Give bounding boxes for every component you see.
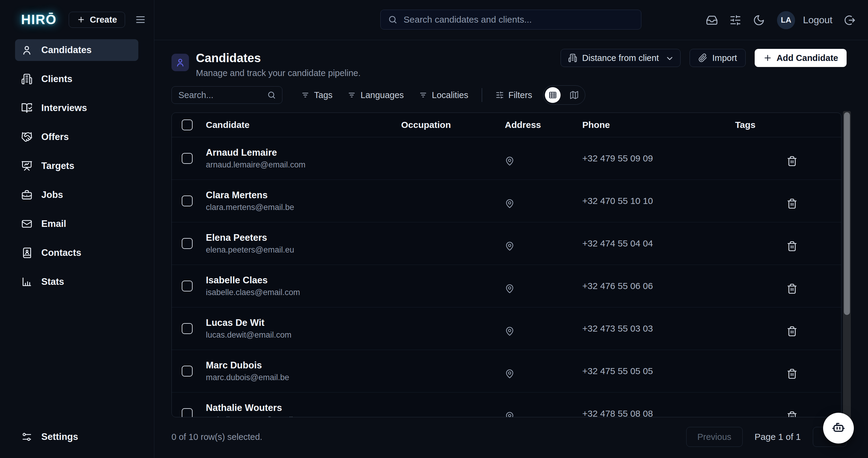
localities-filter[interactable]: Localities — [419, 90, 468, 100]
row-checkbox[interactable] — [182, 196, 193, 206]
map-pin-icon[interactable] — [505, 241, 582, 251]
column-header-candidate[interactable]: Candidate — [206, 120, 401, 130]
trash-icon[interactable] — [786, 198, 841, 209]
table-view-toggle[interactable] — [545, 87, 561, 103]
import-button[interactable]: Import — [689, 49, 746, 67]
trash-icon[interactable] — [786, 283, 841, 294]
trash-icon[interactable] — [786, 156, 841, 167]
table-row[interactable]: Lucas De Wit lucas.dewit@email.com +32 4… — [172, 308, 841, 350]
logout-arrow-icon[interactable] — [844, 14, 856, 26]
global-search-input[interactable] — [403, 14, 634, 25]
candidate-name: Nathalie Wouters — [206, 402, 401, 413]
trash-icon[interactable] — [786, 326, 841, 337]
topbar-right: LA Logout — [694, 0, 856, 40]
sidebar-item-label: Jobs — [41, 190, 63, 200]
tags-filter[interactable]: Tags — [301, 90, 333, 100]
table-footer: 0 of 10 row(s) selected. Previous Page 1… — [172, 427, 846, 447]
funnel-icon — [347, 91, 356, 99]
localities-filter-label: Localities — [432, 90, 468, 100]
funnel-icon — [419, 91, 427, 99]
sidebar-item-email[interactable]: Email — [15, 213, 138, 235]
candidate-email: lucas.dewit@email.com — [206, 331, 401, 340]
trash-icon[interactable] — [786, 241, 841, 252]
sidebar-item-targets[interactable]: Targets — [15, 155, 138, 177]
building-icon — [21, 73, 33, 85]
distance-from-client-dropdown[interactable]: Distance from client — [561, 49, 681, 67]
brand-logo[interactable]: HIRŌ — [21, 12, 57, 27]
sliders-icon[interactable] — [730, 14, 741, 26]
filters-button[interactable]: Filters — [495, 90, 532, 100]
column-header-phone[interactable]: Phone — [582, 120, 735, 130]
plus-icon — [763, 53, 772, 62]
presentation-chart-icon — [21, 160, 33, 172]
column-header-occupation[interactable]: Occupation — [401, 120, 505, 130]
map-pin-icon[interactable] — [505, 284, 582, 293]
map-pin-icon[interactable] — [505, 156, 582, 166]
table-row[interactable]: Nathalie Wouters nathalie.wouters@email.… — [172, 393, 841, 417]
row-checkbox[interactable] — [182, 323, 193, 334]
sidebar: HIRŌ Create Candidates Clients Interview… — [0, 0, 154, 458]
brand-row: HIRŌ Create — [0, 0, 154, 39]
map-pin-icon[interactable] — [505, 369, 582, 379]
map-pin-icon[interactable] — [505, 199, 582, 208]
candidate-name: Clara Mertens — [206, 190, 401, 201]
settings-sliders-icon — [21, 431, 33, 442]
sidebar-item-label: Targets — [41, 161, 74, 171]
search-icon — [388, 15, 398, 24]
global-search[interactable] — [380, 10, 641, 30]
column-header-address[interactable]: Address — [505, 120, 582, 130]
sidebar-item-offers[interactable]: Offers — [15, 126, 138, 148]
table-body: Arnaud Lemaire arnaud.lemaire@email.com … — [172, 137, 841, 417]
view-toggle — [543, 85, 585, 105]
sidebar-item-interviews[interactable]: Interviews — [15, 97, 138, 119]
candidates-page-icon — [172, 54, 189, 71]
languages-filter-label: Languages — [361, 90, 404, 100]
table-row[interactable]: Isabelle Claes isabelle.claes@email.com … — [172, 265, 841, 308]
select-all-checkbox[interactable] — [182, 119, 193, 130]
map-view-toggle[interactable] — [569, 90, 579, 100]
table-scrollbar-track[interactable] — [843, 111, 851, 419]
tags-filter-label: Tags — [314, 90, 333, 100]
table-row[interactable]: Elena Peeters elena.peeters@email.eu +32… — [172, 222, 841, 265]
table-scrollbar-thumb[interactable] — [844, 112, 850, 315]
previous-page-button[interactable]: Previous — [686, 427, 743, 447]
app-root: HIRŌ Create Candidates Clients Interview… — [0, 0, 868, 458]
table-search-input[interactable] — [178, 90, 267, 101]
sidebar-item-stats[interactable]: Stats — [15, 271, 138, 293]
table-row[interactable]: Arnaud Lemaire arnaud.lemaire@email.com … — [172, 137, 841, 180]
candidate-name: Isabelle Claes — [206, 275, 401, 286]
trash-icon[interactable] — [786, 368, 841, 379]
candidate-email: isabelle.claes@email.com — [206, 288, 401, 297]
table-search[interactable] — [172, 86, 282, 104]
create-button[interactable]: Create — [69, 12, 125, 28]
row-checkbox[interactable] — [182, 281, 193, 291]
row-checkbox[interactable] — [182, 366, 193, 376]
map-pin-icon[interactable] — [505, 326, 582, 336]
row-checkbox[interactable] — [182, 408, 193, 417]
table-row[interactable]: Clara Mertens clara.mertens@email.be +32… — [172, 180, 841, 222]
languages-filter[interactable]: Languages — [347, 90, 404, 100]
sidebar-item-jobs[interactable]: Jobs — [15, 184, 138, 206]
avatar[interactable]: LA — [777, 11, 795, 29]
plus-icon — [77, 16, 85, 24]
column-header-tags[interactable]: Tags — [735, 120, 786, 130]
dark-mode-moon-icon[interactable] — [753, 14, 765, 26]
assistant-fab-button[interactable] — [823, 413, 854, 443]
hamburger-menu-icon[interactable] — [135, 14, 146, 25]
add-candidate-button[interactable]: Add Candidate — [755, 49, 846, 67]
inbox-icon[interactable] — [706, 14, 718, 26]
sidebar-item-settings[interactable]: Settings — [15, 426, 138, 448]
table-row[interactable]: Marc Dubois marc.dubois@email.be +32 475… — [172, 350, 841, 393]
row-checkbox[interactable] — [182, 153, 193, 164]
logout-button[interactable]: Logout — [803, 15, 832, 26]
sidebar-item-candidates[interactable]: Candidates — [15, 39, 138, 61]
sidebar-item-clients[interactable]: Clients — [15, 68, 138, 90]
page-subtitle: Manage and track your candidate pipeline… — [196, 68, 361, 78]
funnel-icon — [301, 91, 310, 99]
sidebar-item-contacts[interactable]: Contacts — [15, 242, 138, 264]
map-pin-icon[interactable] — [505, 411, 582, 417]
row-checkbox[interactable] — [182, 238, 193, 249]
sidebar-item-label: Stats — [41, 276, 64, 287]
book-check-icon — [21, 102, 33, 114]
robot-icon — [830, 420, 846, 436]
